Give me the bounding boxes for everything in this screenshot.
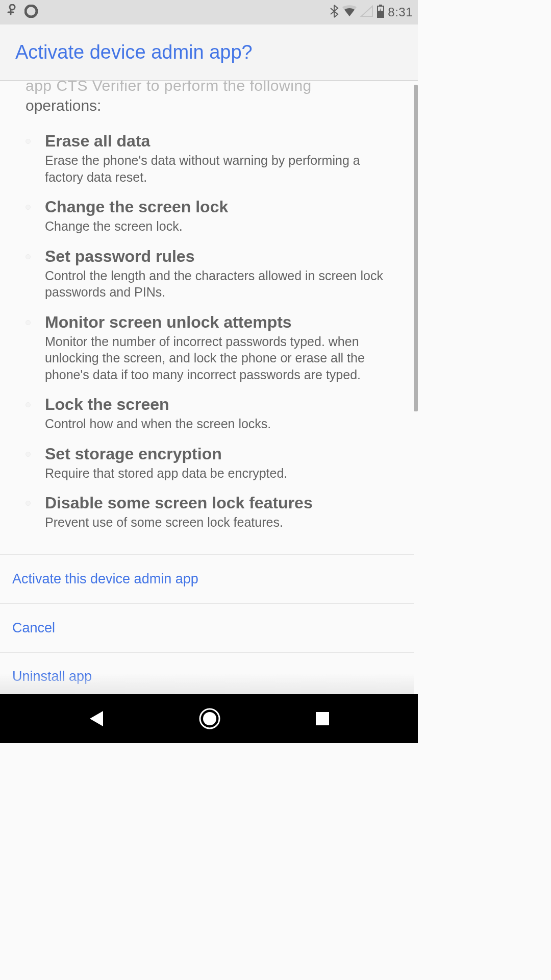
home-button[interactable] xyxy=(198,707,221,730)
permission-title: Monitor screen unlock attempts xyxy=(45,312,388,332)
bluetooth-icon xyxy=(330,4,339,20)
uninstall-button[interactable]: Uninstall app xyxy=(0,652,414,695)
app-bar: Activate device admin app? xyxy=(0,24,418,81)
intro-text: app CTS Verifier to perform the followin… xyxy=(0,81,414,126)
permission-list: Erase all data Erase the phone's data wi… xyxy=(0,126,414,554)
permission-title: Set storage encryption xyxy=(45,444,388,464)
status-time: 8:31 xyxy=(388,5,413,19)
svg-rect-3 xyxy=(379,5,382,6)
activate-label: Activate this device admin app xyxy=(12,571,198,587)
list-item: Monitor screen unlock attempts Monitor t… xyxy=(26,312,388,383)
battery-charging-icon xyxy=(377,5,385,20)
uninstall-label: Uninstall app xyxy=(12,669,92,684)
list-item: Change the screen lock Change the screen… xyxy=(26,197,388,235)
bullet-icon xyxy=(26,452,31,457)
permission-desc: Change the screen lock. xyxy=(45,218,388,235)
intro-fragment-top: app CTS Verifier to perform the followin… xyxy=(26,81,388,95)
cancel-label: Cancel xyxy=(12,620,55,636)
svg-rect-7 xyxy=(316,712,329,725)
permission-desc: Erase the phone's data without warning b… xyxy=(45,152,388,185)
permission-title: Change the screen lock xyxy=(45,197,388,217)
navigation-bar xyxy=(0,694,418,743)
status-bar: 8:31 xyxy=(0,0,418,24)
back-button[interactable] xyxy=(88,709,105,728)
cancel-button[interactable]: Cancel xyxy=(0,603,414,652)
bullet-icon xyxy=(26,402,31,407)
list-item: Erase all data Erase the phone's data wi… xyxy=(26,131,388,185)
permission-desc: Monitor the number of incorrect password… xyxy=(45,333,388,383)
intro-fragment-bottom: operations: xyxy=(26,95,388,115)
circle-icon xyxy=(24,5,38,20)
status-left xyxy=(5,4,38,20)
content-scroll[interactable]: app CTS Verifier to perform the followin… xyxy=(0,81,414,694)
project-fi-icon xyxy=(5,4,17,20)
bullet-icon xyxy=(26,254,31,259)
permission-title: Set password rules xyxy=(45,246,388,266)
list-item: Set password rules Control the length an… xyxy=(26,246,388,301)
permission-desc: Prevent use of some screen lock features… xyxy=(45,514,388,531)
permission-desc: Control the length and the characters al… xyxy=(45,267,388,301)
permission-desc: Control how and when the screen locks. xyxy=(45,415,388,432)
permission-title: Erase all data xyxy=(45,131,388,151)
list-item: Lock the screen Control how and when the… xyxy=(26,394,388,432)
list-item: Disable some screen lock features Preven… xyxy=(26,493,388,531)
svg-point-1 xyxy=(26,6,37,17)
bullet-icon xyxy=(26,139,31,144)
bullet-icon xyxy=(26,320,31,325)
cell-signal-icon xyxy=(360,5,373,19)
recents-button[interactable] xyxy=(315,711,330,726)
permission-desc: Require that stored app data be encrypte… xyxy=(45,465,388,482)
scrollbar-thumb[interactable] xyxy=(414,85,418,411)
activate-button[interactable]: Activate this device admin app xyxy=(0,554,414,603)
permission-title: Lock the screen xyxy=(45,394,388,414)
wifi-icon xyxy=(342,5,357,19)
list-item: Set storage encryption Require that stor… xyxy=(26,444,388,482)
status-right: 8:31 xyxy=(330,4,413,20)
permission-title: Disable some screen lock features xyxy=(45,493,388,513)
svg-point-6 xyxy=(203,712,216,725)
bullet-icon xyxy=(26,205,31,210)
bullet-icon xyxy=(26,501,31,506)
page-title: Activate device admin app? xyxy=(15,41,253,63)
